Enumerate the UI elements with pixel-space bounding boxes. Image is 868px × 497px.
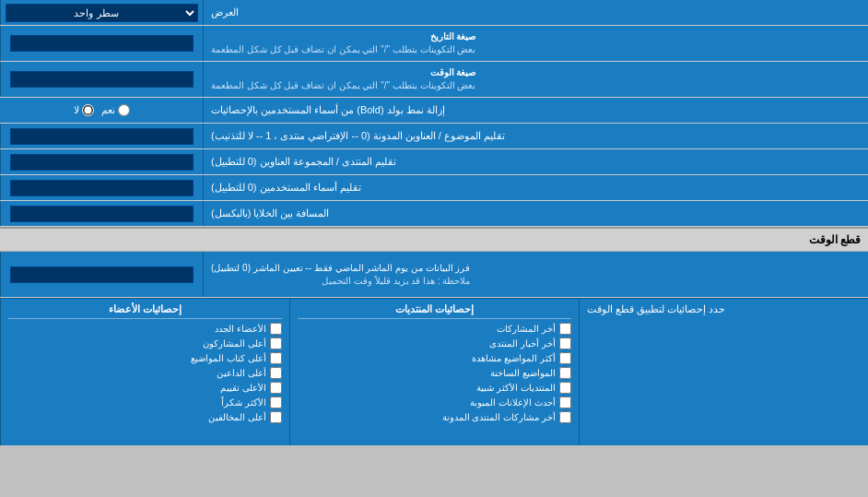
topic-trim-label: تقليم الموضوع / العناوين المدونة (0 -- ا… [203, 124, 868, 148]
forum-stat-6: أحدث الإعلانات المبوبة [298, 396, 571, 408]
time-format-label: صيغة الوقت بعض التكوينات يتطلب "/" التي … [203, 62, 868, 97]
username-trim-row: تقليم أسماء المستخدمين (0 للتطبيل) 0 [0, 175, 868, 201]
entry-space-label: المسافة بين الخلايا (بالبكسل) [203, 201, 868, 226]
member-stats-title: إحصائيات الأعضاء [8, 303, 282, 319]
member-stat-3: أعلى كتاب المواضيع [8, 352, 282, 364]
bold-remove-label: إزالة نمط بولد (Bold) من أسماء المستخدمي… [203, 98, 868, 123]
member-stat-5: الأعلى تقييم [8, 382, 282, 394]
username-trim-input-cell: 0 [0, 175, 203, 200]
entry-space-input-cell: 2 [0, 201, 203, 226]
username-trim-input[interactable]: 0 [10, 180, 194, 196]
forum-stat-3-label: أكثر المواضيع مشاهدة [472, 353, 556, 363]
bold-yes-label: نعم [101, 104, 130, 116]
forum-stat-5: المنتديات الأكثر شبية [298, 382, 571, 394]
forum-stat-5-label: المنتديات الأكثر شبية [476, 383, 556, 393]
entry-space-row: المسافة بين الخلايا (بالبكسل) 2 [0, 201, 868, 227]
bold-yes-radio[interactable] [118, 104, 130, 116]
fetch-row: فرز البيانات من يوم الماشر الماضي فقط --… [0, 252, 868, 298]
forum-stat-4: المواضيع الساخنة [298, 367, 571, 379]
member-stat-2: أعلى المشاركون [8, 337, 282, 349]
member-stat-4-label: أعلى الداعين [217, 368, 266, 378]
member-stat-3-label: أعلى كتاب المواضيع [191, 353, 266, 363]
member-stat-2-check[interactable] [270, 337, 282, 349]
member-stat-1-label: الأعضاء الجدد [215, 324, 266, 334]
member-stat-7-check[interactable] [270, 411, 282, 423]
date-format-row: صيغة التاريخ بعض التكوينات يتطلب "/" الت… [0, 26, 868, 62]
member-stat-4: أعلى الداعين [8, 367, 282, 379]
member-stat-6-label: الأكثر شكراً [221, 397, 266, 408]
forum-stats-col: إحصائيات المنتديات أخر المشاركات أخر أخب… [289, 299, 579, 445]
top-row: العرض سطر واحد [0, 0, 868, 26]
topic-trim-input-cell: 33 [0, 124, 203, 148]
cutoff-section-header: قطع الوقت [0, 227, 868, 252]
forum-stat-7-label: أخر مشاركات المنتدى المدونة [442, 412, 556, 422]
forum-stat-6-label: أحدث الإعلانات المبوبة [470, 397, 556, 408]
bold-remove-row: إزالة نمط بولد (Bold) من أسماء المستخدمي… [0, 98, 868, 124]
forum-stat-1-check[interactable] [559, 323, 571, 335]
member-stat-1-check[interactable] [270, 323, 282, 335]
forum-stat-6-check[interactable] [559, 396, 571, 408]
time-format-row: صيغة الوقت بعض التكوينات يتطلب "/" التي … [0, 62, 868, 98]
forum-stat-2-check[interactable] [559, 337, 571, 349]
forum-trim-input-cell: 33 [0, 149, 203, 174]
topic-trim-input[interactable]: 33 [10, 128, 194, 145]
date-format-input[interactable]: d-m [10, 35, 194, 52]
member-stat-4-check[interactable] [270, 367, 282, 379]
member-stat-5-check[interactable] [270, 382, 282, 394]
bold-no-label: لا [74, 104, 94, 116]
username-trim-label: تقليم أسماء المستخدمين (0 للتطبيل) [203, 175, 868, 200]
time-format-input-cell: H:i [0, 62, 203, 97]
date-format-label: صيغة التاريخ بعض التكوينات يتطلب "/" الت… [203, 26, 868, 61]
forum-stat-2: أخر أخبار المنتدى [298, 337, 571, 349]
fetch-label: فرز البيانات من يوم الماشر الماضي فقط --… [203, 252, 868, 297]
forum-trim-label: تقليم المنتدى / المجموعة العناوين (0 للت… [203, 149, 868, 174]
forum-stats-title: إحصائيات المنتديات [298, 303, 571, 319]
forum-stat-1: أخر المشاركات [298, 323, 571, 335]
forum-stat-3-check[interactable] [559, 352, 571, 364]
top-input-cell: سطر واحد [0, 0, 203, 25]
stats-section: حدد إحصائيات لتطبيق قطع الوقت إحصائيات ا… [0, 298, 868, 445]
bold-remove-radio-cell: نعم لا [0, 98, 203, 123]
forum-stat-5-check[interactable] [559, 382, 571, 394]
member-stat-7: أعلى المخالفين [8, 411, 282, 423]
top-label: العرض [203, 0, 868, 25]
forum-stat-4-label: المواضيع الساخنة [490, 368, 556, 378]
topic-trim-row: تقليم الموضوع / العناوين المدونة (0 -- ا… [0, 124, 868, 149]
member-stat-7-label: أعلى المخالفين [208, 412, 266, 422]
forum-stat-7-check[interactable] [559, 411, 571, 423]
display-select[interactable]: سطر واحد [6, 4, 198, 22]
member-stat-6-check[interactable] [270, 396, 282, 408]
member-stat-3-check[interactable] [270, 352, 282, 364]
member-stat-2-label: أعلى المشاركون [203, 338, 266, 349]
forum-stat-4-check[interactable] [559, 367, 571, 379]
forum-stat-7: أخر مشاركات المنتدى المدونة [298, 411, 571, 423]
forum-stat-3: أكثر المواضيع مشاهدة [298, 352, 571, 364]
forum-trim-input[interactable]: 33 [10, 154, 194, 171]
member-stat-1: الأعضاء الجدد [8, 323, 282, 335]
fetch-input[interactable]: 0 [10, 266, 194, 283]
entry-space-input[interactable]: 2 [10, 206, 194, 222]
stats-apply-label: حدد إحصائيات لتطبيق قطع الوقت [579, 299, 868, 445]
fetch-input-cell: 0 [0, 252, 203, 297]
date-format-input-cell: d-m [0, 26, 203, 61]
forum-stat-1-label: أخر المشاركات [497, 324, 556, 334]
time-format-input[interactable]: H:i [10, 71, 194, 88]
forum-stat-2-label: أخر أخبار المنتدى [489, 338, 556, 349]
member-stat-5-label: الأعلى تقييم [220, 383, 266, 393]
bold-no-radio[interactable] [82, 104, 94, 116]
forum-trim-row: تقليم المنتدى / المجموعة العناوين (0 للت… [0, 149, 868, 175]
member-stats-col: إحصائيات الأعضاء الأعضاء الجدد أعلى المش… [0, 299, 289, 445]
member-stat-6: الأكثر شكراً [8, 396, 282, 408]
